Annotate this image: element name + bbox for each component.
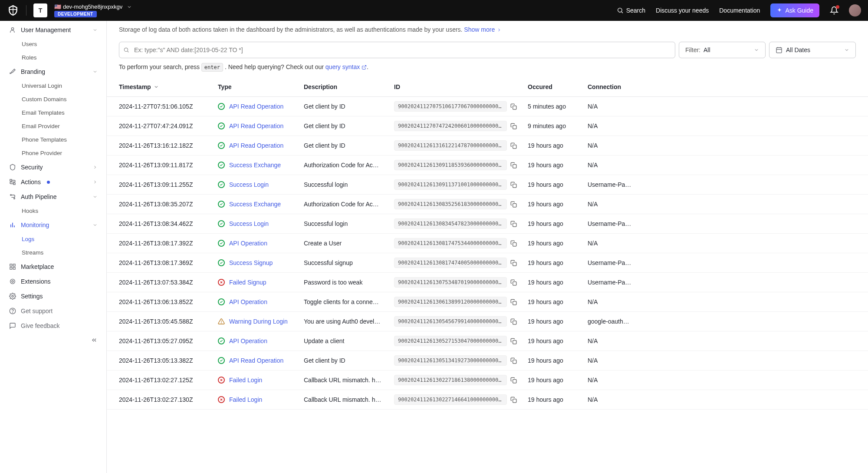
sidebar-item-phone-templates[interactable]: Phone Templates — [0, 133, 106, 146]
svg-rect-37 — [513, 281, 516, 285]
col-id: ID — [394, 83, 524, 90]
type-link[interactable]: Success Exchange — [229, 162, 281, 169]
copy-button[interactable] — [510, 103, 517, 110]
tenant-selector[interactable]: 🇺🇸 dev-mohg5he8jnxpxkgv DEVELOPMENT — [54, 3, 132, 17]
type-link[interactable]: API Operation — [229, 337, 267, 344]
sidebar-item-branding[interactable]: Branding — [0, 64, 106, 79]
sidebar-item-email-provider[interactable]: Email Provider — [0, 119, 106, 133]
type-link[interactable]: API Operation — [229, 240, 267, 247]
sidebar-item-settings[interactable]: Settings — [0, 289, 106, 304]
type-link[interactable]: API Read Operation — [229, 122, 283, 129]
sidebar-item-logs[interactable]: Logs — [0, 232, 106, 246]
notifications-button[interactable] — [830, 6, 838, 15]
error-icon — [218, 377, 225, 384]
cell-connection: N/A — [588, 162, 640, 169]
sidebar-item-roles[interactable]: Roles — [0, 51, 106, 64]
svg-point-14 — [12, 281, 13, 282]
copy-button[interactable] — [510, 260, 517, 266]
col-connection: Connection — [588, 83, 640, 90]
type-link[interactable]: API Read Operation — [229, 103, 283, 110]
page-description: Storage of log data of both actions take… — [107, 21, 868, 33]
calendar-icon — [776, 46, 783, 53]
sidebar-item-phone-provider[interactable]: Phone Provider — [0, 146, 106, 160]
copy-button[interactable] — [510, 299, 517, 305]
type-link[interactable]: Failed Login — [229, 396, 262, 403]
type-link[interactable]: Failed Signup — [229, 279, 266, 286]
discuss-link[interactable]: Discuss your needs — [656, 7, 709, 14]
copy-button[interactable] — [510, 201, 517, 208]
sidebar-item-feedback[interactable]: Give feedback — [0, 318, 106, 333]
table-row: 2024-11-26T13:09:11.255ZSuccess LoginSuc… — [107, 175, 868, 195]
sidebar-item-monitoring[interactable]: Monitoring — [0, 218, 106, 232]
type-link[interactable]: API Operation — [229, 298, 267, 305]
chart-icon — [9, 221, 16, 229]
copy-button[interactable] — [510, 221, 517, 227]
cell-connection: N/A — [588, 396, 640, 403]
col-timestamp[interactable]: Timestamp — [119, 83, 214, 90]
sidebar-item-streams[interactable]: Streams — [0, 246, 106, 259]
type-link[interactable]: API Read Operation — [229, 357, 283, 364]
chevrons-left-icon — [91, 337, 98, 344]
cell-timestamp: 2024-11-26T13:05:13.382Z — [119, 357, 214, 364]
copy-button[interactable] — [510, 123, 517, 129]
cell-occurred: 19 hours ago — [528, 259, 584, 266]
search-button[interactable]: Search — [617, 7, 645, 14]
table-row: 2024-11-26T13:08:35.207ZSuccess Exchange… — [107, 195, 868, 214]
sidebar-item-support[interactable]: Get support — [0, 304, 106, 318]
sidebar-item-custom-domains[interactable]: Custom Domains — [0, 93, 106, 106]
id-chip: 900202411261308174753440000000000000… — [394, 238, 507, 248]
copy-button[interactable] — [510, 357, 517, 364]
table-row: 2024-11-26T13:05:27.095ZAPI OperationUpd… — [107, 331, 868, 351]
sidebar-item-hooks[interactable]: Hooks — [0, 204, 106, 218]
copy-button[interactable] — [510, 240, 517, 247]
copy-button[interactable] — [510, 377, 517, 384]
sidebar-item-actions[interactable]: Actions — [0, 175, 106, 189]
cell-timestamp: 2024-11-26T13:06:13.852Z — [119, 298, 214, 305]
svg-rect-29 — [513, 164, 516, 168]
sidebar-item-universal-login[interactable]: Universal Login — [0, 79, 106, 93]
query-syntax-link[interactable]: query syntax — [326, 63, 367, 70]
type-link[interactable]: Success Signup — [229, 259, 273, 266]
sidebar-item-marketplace[interactable]: Marketplace — [0, 259, 106, 274]
search-input[interactable] — [119, 42, 675, 58]
table-row: 2024-11-27T07:47:24.091ZAPI Read Operati… — [107, 116, 868, 136]
ask-guide-button[interactable]: Ask Guide — [770, 3, 819, 17]
error-icon — [218, 396, 225, 403]
type-link[interactable]: API Read Operation — [229, 142, 283, 149]
svg-point-2 — [11, 28, 13, 30]
tenant-badge[interactable]: T — [33, 3, 47, 17]
copy-button[interactable] — [510, 397, 517, 403]
type-link[interactable]: Success Login — [229, 220, 269, 227]
filter-select[interactable]: Filter: All — [679, 42, 766, 58]
show-more-link[interactable]: Show more — [464, 26, 502, 33]
collapse-sidebar-button[interactable] — [0, 333, 106, 347]
sidebar-item-email-templates[interactable]: Email Templates — [0, 106, 106, 119]
copy-button[interactable] — [510, 142, 517, 149]
sidebar-item-auth-pipeline[interactable]: Auth Pipeline — [0, 189, 106, 204]
documentation-link[interactable]: Documentation — [719, 7, 760, 14]
sidebar-item-extensions[interactable]: Extensions — [0, 274, 106, 289]
type-link[interactable]: Failed Login — [229, 377, 262, 384]
cell-timestamp: 2024-11-26T13:08:34.462Z — [119, 220, 214, 227]
sidebar-item-users[interactable]: Users — [0, 37, 106, 51]
copy-button[interactable] — [510, 279, 517, 286]
user-avatar[interactable] — [849, 4, 861, 17]
type-link[interactable]: Success Exchange — [229, 201, 281, 208]
cell-occurred: 5 minutes ago — [528, 103, 584, 110]
date-select[interactable]: All Dates — [769, 42, 856, 58]
logo-icon[interactable] — [7, 4, 19, 17]
type-link[interactable]: Warning During Login — [229, 318, 288, 325]
warning-icon — [218, 318, 225, 325]
chevron-right-icon — [496, 27, 502, 33]
type-link[interactable]: Success Login — [229, 181, 269, 188]
copy-button[interactable] — [510, 338, 517, 344]
cell-occurred: 19 hours ago — [528, 279, 584, 286]
cell-connection: N/A — [588, 240, 640, 247]
sidebar-item-user-management[interactable]: User Management — [0, 23, 106, 37]
copy-button[interactable] — [510, 318, 517, 325]
sidebar-item-security[interactable]: Security — [0, 160, 106, 175]
id-chip: 900202411261308345478230000000000000… — [394, 218, 507, 229]
id-chip: 900202411261316122147870000000000000… — [394, 140, 507, 151]
copy-button[interactable] — [510, 182, 517, 188]
copy-button[interactable] — [510, 162, 517, 169]
